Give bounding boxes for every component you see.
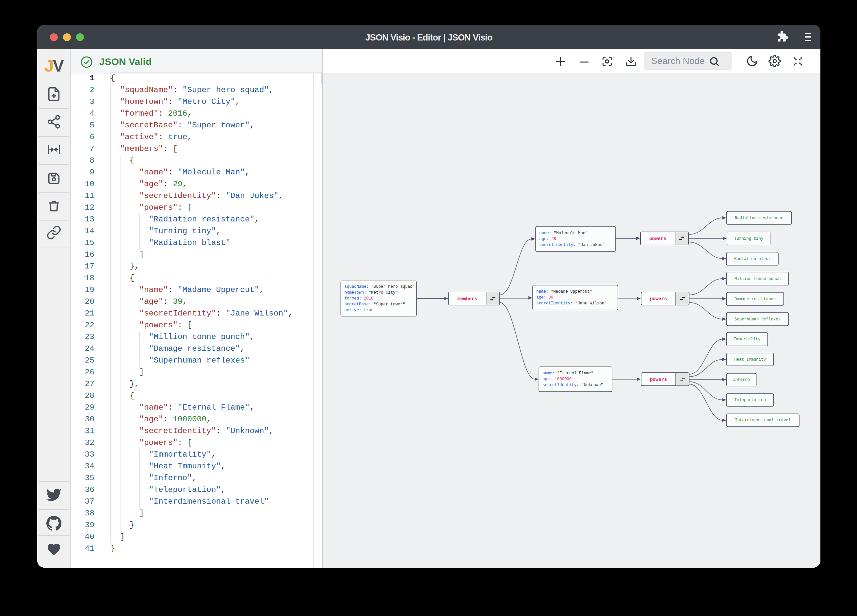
svg-text:active: true: active: true [345, 308, 374, 313]
svg-text:homeTown: "Metro City": homeTown: "Metro City" [345, 290, 398, 295]
svg-text:secretIdentity: "Dan Jukes": secretIdentity: "Dan Jukes" [539, 243, 605, 247]
svg-text:age: 1000000: age: 1000000 [543, 377, 572, 381]
svg-text:name: "Molecule Man": name: "Molecule Man" [539, 231, 588, 235]
svg-text:powers: powers [650, 296, 667, 302]
svg-text:formed: 2016: formed: 2016 [345, 296, 374, 301]
svg-text:Radiation resistance: Radiation resistance [735, 216, 784, 220]
svg-text:Immortality: Immortality [734, 337, 761, 342]
svg-text:squadName: "Super hero squad": squadName: "Super hero squad" [345, 285, 415, 289]
svg-text:Inferno: Inferno [733, 378, 750, 382]
svg-text:Superhuman reflexes: Superhuman reflexes [735, 317, 781, 322]
svg-text:Heat Immunity: Heat Immunity [734, 358, 766, 362]
svg-text:name: "Madame Uppercut": name: "Madame Uppercut" [536, 289, 592, 294]
svg-text:secretIdentity: "Unknown": secretIdentity: "Unknown" [543, 383, 603, 387]
svg-text:age: 39: age: 39 [536, 295, 553, 300]
svg-text:secretBase: "Super tower": secretBase: "Super tower" [345, 302, 405, 307]
svg-text:Million tonne punch: Million tonne punch [735, 277, 781, 281]
svg-text:Turning tiny: Turning tiny [734, 237, 764, 241]
svg-text:Damage resistance: Damage resistance [735, 297, 776, 302]
svg-text:powers: powers [649, 236, 666, 241]
svg-text:secretIdentity: "Jane Wilson": secretIdentity: "Jane Wilson" [536, 301, 607, 306]
svg-text:members: members [458, 296, 478, 302]
svg-text:Radiation blast: Radiation blast [734, 257, 771, 261]
svg-text:age: 29: age: 29 [539, 237, 556, 241]
svg-text:powers: powers [650, 377, 667, 382]
svg-text:name: "Eternal Flame": name: "Eternal Flame" [543, 371, 593, 376]
svg-text:Teleportation: Teleportation [734, 398, 766, 402]
svg-text:Interdimensional travel: Interdimensional travel [735, 418, 791, 423]
